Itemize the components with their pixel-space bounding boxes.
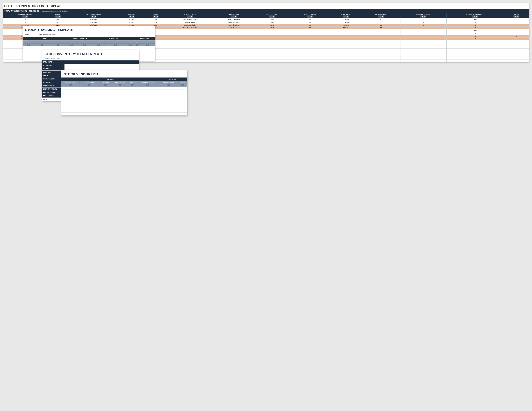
cell-location — [166, 29, 214, 32]
company-name-label: YOUR COMPANY NAME — [42, 57, 139, 60]
cell-reorder-level — [362, 57, 400, 59]
cell-qty — [290, 29, 330, 32]
cell-reorder-level — [362, 37, 400, 40]
cell-description — [214, 35, 254, 37]
cell-reorder-qty — [446, 40, 504, 43]
cell-item-no: A123 — [47, 18, 69, 21]
cell-location: Store Room A, Shelf 2 — [166, 27, 214, 29]
main-title: CLOTHING INVENTORY LIST TEMPLATE — [3, 3, 529, 9]
cell-total — [330, 51, 362, 54]
th-product-name: PRODUCT NAME — [79, 81, 99, 84]
cell-reorder-qty: 20 — [446, 32, 504, 35]
cell-location — [166, 35, 214, 37]
cell-days: 14 — [400, 27, 446, 29]
th-unit: UNIT — [127, 41, 134, 44]
cell-reorder-level — [362, 29, 400, 32]
cell-qty — [290, 37, 330, 40]
cell-reorder-level — [362, 46, 400, 48]
total-inventory-value: $13,550.00 — [29, 10, 39, 12]
cell-cost — [254, 54, 290, 57]
cell-description — [214, 37, 254, 40]
cell-location — [166, 59, 214, 62]
cell-total — [330, 48, 362, 51]
th-contact-name: CONTACT NAME — [159, 81, 179, 84]
col-item-name: ITEM NAME▼ — [118, 13, 145, 18]
cell-cost — [254, 48, 290, 51]
th-item-name: ITEM NAME — [35, 41, 49, 44]
cell-days — [400, 48, 446, 51]
cell-location: Outdoor Pallet — [166, 21, 214, 24]
cell-qty — [290, 43, 330, 46]
cell-total — [330, 35, 362, 37]
cell-date: 5/20/2016 — [69, 21, 118, 24]
cell-qty: 200 — [290, 18, 330, 21]
cell-days — [400, 29, 446, 32]
col-description: DESCRIPTION▼ — [214, 13, 254, 18]
cell-item-name: ITEM B — [118, 21, 145, 24]
cell-description — [214, 29, 254, 32]
total-inventory-label: TOTAL INVENTORY VALUE — [5, 10, 27, 12]
contact-section-header: CONTACT — [159, 77, 187, 81]
cell-reorder-level — [362, 35, 400, 37]
th-vendor: VENDOR — [93, 41, 104, 44]
cell-days: 14 — [400, 18, 446, 21]
cell-days: 2 — [400, 24, 446, 27]
col-reorder-level: REORDER LEVEL▼ — [362, 13, 400, 18]
vendor-section-header: VENDOR — [61, 77, 159, 81]
cell-total — [330, 46, 362, 48]
cell-days — [400, 43, 446, 46]
cell-reorder-qty — [446, 57, 504, 59]
cell-disc: Y — [504, 35, 529, 37]
cell-disc — [504, 51, 529, 54]
cell-reorder-level — [362, 59, 400, 62]
cell-location — [166, 51, 214, 54]
col-total-value: TOTAL VALUE▼ — [330, 13, 362, 18]
cell-reorder-level: 50 — [362, 21, 400, 24]
cell-reorder-qty: 10 — [446, 27, 504, 29]
cell-description: Item D description — [214, 27, 254, 29]
cell-days — [400, 59, 446, 62]
cell-total — [330, 59, 362, 62]
stock-vendor-title: STOCK VENDOR LIST — [61, 70, 187, 77]
cell-total — [330, 29, 362, 32]
cell-disc — [504, 18, 529, 21]
cell-qty — [290, 35, 330, 37]
cell-location — [166, 32, 214, 35]
cell-days: 30 — [400, 21, 446, 24]
total-inventory-bar: TOTAL INVENTORY VALUE $13,550.00 *Based … — [3, 9, 529, 13]
cell-reorder-qty: 10 — [446, 37, 504, 40]
section-item: ITEM — [23, 37, 67, 41]
cell-location — [166, 54, 214, 57]
cell-status: OK — [3, 21, 47, 24]
cell-days — [400, 57, 446, 59]
col-item-disc: ITEM DISC▼ — [504, 13, 529, 18]
cell-qty: 25 — [290, 27, 330, 29]
cell-reorder-level — [362, 40, 400, 43]
cell-reorder-qty: 20 — [446, 21, 504, 24]
col-item-reorder-qty: ITEM REORDER QUANTITY▼ — [446, 13, 504, 18]
col-item-no: ITEM NO.▼ — [47, 13, 69, 18]
cell-description — [214, 59, 254, 62]
cell-qty — [290, 32, 330, 35]
cell-reorder-qty: 50 — [446, 24, 504, 27]
cell-reorder-level: 50 — [362, 24, 400, 27]
th-item-area: ITEM AREA — [140, 41, 155, 44]
col-stock-qty: STOCK QUANTITY▼ — [290, 13, 330, 18]
col-reorder-fill: REORDER (auto fill)▼ — [3, 13, 47, 18]
cell-disc — [504, 21, 529, 24]
cell-reorder-qty: 50 — [446, 35, 504, 37]
cell-total — [330, 40, 362, 43]
stock-tracking-title: STOCK TRACKING TEMPLATE — [23, 26, 155, 33]
th-description: DESCRIPTION — [49, 41, 67, 44]
stock-vendor-card: STOCK VENDOR LIST VENDOR CONTACT VENDOR … — [61, 70, 187, 116]
cell-total — [330, 43, 362, 46]
th-item-no: ITEM NO. — [23, 41, 35, 44]
cell-disc — [504, 43, 529, 46]
cell-disc — [504, 40, 529, 43]
cell-description — [214, 40, 254, 43]
cell-disc — [504, 37, 529, 40]
col-vendor: VENDOR▼ — [145, 13, 166, 18]
cell-qty — [290, 48, 330, 51]
cell-vendor: Cole — [145, 21, 166, 24]
th-area: AREA — [66, 41, 76, 44]
